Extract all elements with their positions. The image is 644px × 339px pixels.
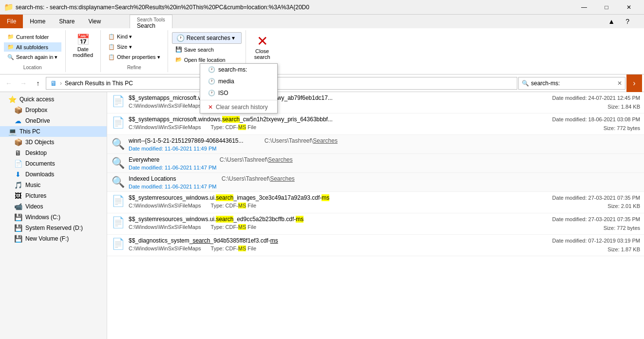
size-button[interactable]: 📋 Size ▾ xyxy=(105,42,164,52)
dropbox-icon: 📦 xyxy=(14,106,22,114)
this-pc-icon: 💻 xyxy=(8,128,17,135)
sidebar-item-new-volume[interactable]: 💾 New Volume (F:) xyxy=(0,233,107,244)
file-type-icon: 📄 xyxy=(111,95,125,108)
search-again-button[interactable]: 🔍 Search again in ▾ xyxy=(4,53,61,62)
sidebar-item-quick-access-label: Quick access xyxy=(19,96,54,103)
dropdown-item-clear-label: Clear search history xyxy=(216,104,268,111)
sidebar-item-videos[interactable]: 📹 Videos xyxy=(0,201,107,212)
sidebar-item-downloads[interactable]: ⬇ Downloads xyxy=(0,169,107,180)
sidebar-item-dropbox[interactable]: 📦 Dropbox xyxy=(0,105,107,115)
file-type-icon: 🔍 xyxy=(111,157,125,170)
file-name: winrt--{S-1-5-21-2151297869-4068443615..… xyxy=(129,137,640,145)
file-type: Type: CDF-MS File xyxy=(211,224,257,230)
sidebar-item-quick-access[interactable]: ⭐ Quick access xyxy=(0,94,107,105)
sidebar-item-windows-c-label: Windows (C:) xyxy=(25,214,60,221)
ribbon-help-button[interactable]: ? xyxy=(625,15,629,28)
sidebar-item-desktop[interactable]: 🖥 Desktop xyxy=(0,148,107,158)
sidebar-item-pictures[interactable]: 🖼 Pictures xyxy=(0,190,107,201)
file-date: Date modified: 11-06-2021 11:47 PM xyxy=(129,165,216,170)
up-button[interactable]: ↑ xyxy=(31,76,45,90)
search-go-button[interactable]: › xyxy=(626,75,642,92)
sidebar-item-3d-objects[interactable]: 📦 3D Objects xyxy=(0,137,107,148)
save-search-button[interactable]: 💾 Save search xyxy=(172,45,242,54)
file-name: $$_systemapps_microsoft.windows.search_c… xyxy=(129,115,539,124)
sidebar-item-music[interactable]: 🎵 Music xyxy=(0,180,107,190)
file-meta: C:\Windows\WinSxS\FileMaps Type: CDF-MS … xyxy=(129,224,539,230)
ribbon-up-arrow[interactable]: ▲ xyxy=(608,15,615,28)
dropdown-item-search-ms[interactable]: 🕐 search-ms: xyxy=(200,64,277,75)
file-type: Type: CDF-MS File xyxy=(211,203,257,208)
file-item[interactable]: 📄 $$_diagnostics_system_search_9d4b5385f… xyxy=(107,235,644,256)
close-search-button[interactable]: ✕ Closesearch xyxy=(250,32,275,62)
sidebar-item-videos-label: Videos xyxy=(25,203,43,210)
back-button[interactable]: ← xyxy=(2,76,16,90)
minimize-button[interactable]: — xyxy=(573,0,595,15)
dropdown-item-media[interactable]: 🕐 media xyxy=(200,75,277,87)
tab-view[interactable]: View xyxy=(81,15,108,28)
all-subfolders-icon: 📁 xyxy=(7,44,14,50)
tab-file[interactable]: File xyxy=(0,15,23,28)
recent-searches-icon: 🕐 xyxy=(176,34,185,42)
file-size: Size: 1.84 KB xyxy=(543,103,640,112)
file-date: Date modified: 11-06-2021 11:47 PM xyxy=(129,184,216,189)
file-details: $$_systemapps_microsoft.windows.search_c… xyxy=(129,115,539,130)
other-properties-button[interactable]: 📋 Other properties ▾ xyxy=(105,53,164,62)
dropdown-item-iso-label: ISO xyxy=(218,90,228,96)
file-date: Date modified: 11-06-2021 11:49 PM xyxy=(129,146,216,151)
file-item[interactable]: 📄 $$_systemapps_microsoft.windows.search… xyxy=(107,113,644,135)
recent-searches-button[interactable]: 🕐 Recent searches ▾ xyxy=(172,32,242,44)
file-name: Indexed Locations C:\Users\Tashreef\Sear… xyxy=(129,175,640,183)
kind-button[interactable]: 📋 Kind ▾ xyxy=(105,32,164,41)
file-item[interactable]: 📄 $$_systemresources_windows.ui.search_e… xyxy=(107,213,644,235)
maximize-button[interactable]: □ xyxy=(595,0,618,15)
sidebar-item-system-reserved[interactable]: 💾 System Reserved (D:) xyxy=(0,223,107,233)
dropdown-item-clear-history[interactable]: ✕ Clear search history xyxy=(200,101,277,113)
file-meta: C:\Windows\WinSxS\FileMaps Type: CDF-MS … xyxy=(129,124,539,130)
close-button[interactable]: ✕ xyxy=(618,0,640,15)
file-details: winrt--{S-1-5-21-2151297869-4068443615..… xyxy=(129,137,640,151)
sidebar-item-dropbox-label: Dropbox xyxy=(25,107,47,113)
windows-c-icon: 💾 xyxy=(14,213,22,221)
all-subfolders-button[interactable]: 📁 All subfolders xyxy=(4,42,61,52)
file-item[interactable]: 📄 $$_systemapps_microsoft.windows.search… xyxy=(107,92,644,113)
file-right: Date modified: 27-03-2021 07:35 PM Size:… xyxy=(543,194,640,211)
address-bar: ← → ↑ 🖥 › Search Results in This PC 🔍 ✕ … xyxy=(0,75,644,92)
iso-icon: 🕐 xyxy=(208,90,215,96)
date-modified-button[interactable]: 📅 Datemodified xyxy=(70,32,97,59)
file-name: $$_systemresources_windows.ui.search_ima… xyxy=(129,194,539,202)
quick-access-icon: ⭐ xyxy=(8,95,17,103)
file-item[interactable]: 🔍 winrt--{S-1-5-21-2151297869-4068443615… xyxy=(107,135,644,154)
kind-label: Kind ▾ xyxy=(117,34,132,40)
file-item[interactable]: 🔍 Everywhere C:\Users\Tashreef\Searches … xyxy=(107,154,644,173)
location-group-label: Location xyxy=(4,63,61,70)
save-search-icon: 💾 xyxy=(175,46,182,53)
address-path[interactable]: 🖥 › Search Results in This PC xyxy=(46,77,517,90)
desktop-icon: 🖥 xyxy=(14,149,22,157)
file-list: 📄 $$_systemapps_microsoft.windows.search… xyxy=(107,92,644,339)
tab-share[interactable]: Share xyxy=(52,15,81,28)
size-label: Size ▾ xyxy=(117,44,132,50)
file-meta: Date modified: 11-06-2021 11:47 PM xyxy=(129,184,640,189)
file-date: Date modified: 27-03-2021 07:35 PM xyxy=(543,215,640,224)
file-right: Date modified: 07-12-2019 03:19 PM Size:… xyxy=(543,237,640,254)
file-item[interactable]: 📄 $$_systemresources_windows.ui.search_i… xyxy=(107,192,644,213)
file-date: Date modified: 24-07-2021 12:45 PM xyxy=(543,94,640,103)
current-folder-button[interactable]: 📁 Current folder xyxy=(4,32,61,41)
file-path: C:\Windows\WinSxS\FileMaps xyxy=(129,245,201,251)
search-clear-button[interactable]: ✕ xyxy=(617,80,622,87)
current-folder-icon: 📁 xyxy=(7,34,14,40)
downloads-icon: ⬇ xyxy=(14,170,22,178)
file-type-icon: 🔍 xyxy=(111,176,125,188)
search-box[interactable]: 🔍 ✕ xyxy=(518,77,625,90)
sidebar-item-this-pc[interactable]: 💻 This PC xyxy=(0,126,107,137)
search-input[interactable] xyxy=(531,80,615,87)
forward-button[interactable]: → xyxy=(17,76,30,90)
tab-home[interactable]: Home xyxy=(23,15,52,28)
dropdown-item-iso[interactable]: 🕐 ISO xyxy=(200,87,277,99)
file-size: Size: 1.87 KB xyxy=(543,245,640,254)
recent-searches-dropdown: 🕐 search-ms: 🕐 media 🕐 ISO ✕ Clear searc… xyxy=(200,63,278,113)
sidebar-item-windows-c[interactable]: 💾 Windows (C:) xyxy=(0,212,107,223)
sidebar-item-documents[interactable]: 📄 Documents xyxy=(0,158,107,169)
sidebar-item-onedrive[interactable]: ☁ OneDrive xyxy=(0,115,107,126)
file-item[interactable]: 🔍 Indexed Locations C:\Users\Tashreef\Se… xyxy=(107,173,644,192)
